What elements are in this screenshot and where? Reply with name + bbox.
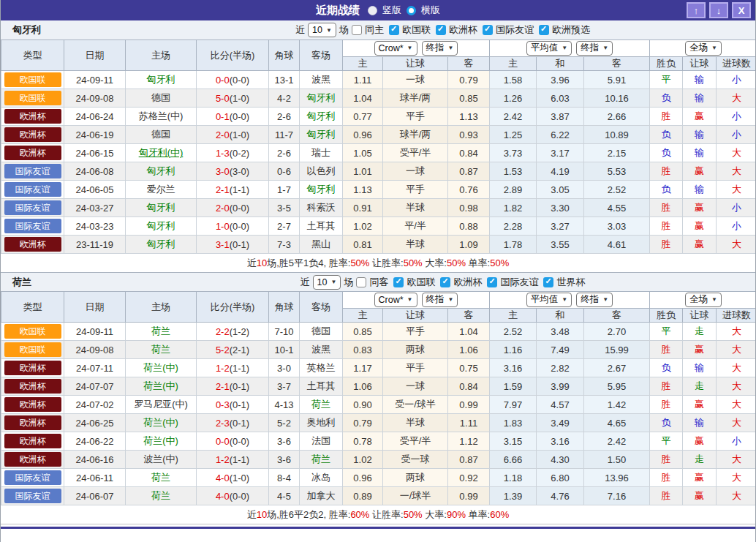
competition-checkbox[interactable]: ✓ (483, 25, 493, 35)
check-icon: ✓ (395, 276, 401, 286)
near-label: 近 (295, 23, 305, 37)
matches-count-select[interactable]: 10▼ (308, 23, 336, 37)
corners-cell: 2-6 (269, 108, 300, 126)
result-wdl: 胜 (650, 469, 683, 487)
average-final-select[interactable]: 终指▼ (576, 41, 613, 56)
competition-checkbox[interactable]: ✓ (389, 25, 399, 35)
matches-count-select[interactable]: 10▼ (313, 275, 341, 290)
average-final-select[interactable]: 终指▼ (576, 293, 613, 307)
avg-away-odds: 2.42 (584, 432, 650, 451)
home-team: 德国 (126, 89, 197, 108)
odds-source-select[interactable]: Crow*▼ (374, 41, 417, 56)
match-date: 24-06-25 (64, 414, 126, 432)
result-handicap: 输 (683, 71, 717, 89)
score-cell: 0-0(0-0) (197, 432, 269, 451)
result-handicap: 赢 (683, 199, 717, 217)
handicap-home-odds: 0.96 (343, 126, 383, 144)
home-team: 荷兰(中) (126, 359, 197, 377)
handicap-home-odds: 1.05 (343, 144, 383, 162)
check-icon: ✓ (484, 24, 491, 34)
corners-cell: 2-7 (269, 217, 300, 236)
competition-checkbox[interactable]: ✓ (393, 277, 404, 287)
handicap-line: 球半/两 (383, 126, 448, 144)
competition-label: 欧洲预选 (552, 23, 590, 37)
competition-badge: 欧洲杯 (4, 415, 61, 430)
result-handicap: 赢 (683, 108, 717, 126)
avg-home-odds: 1.58 (490, 71, 537, 89)
handicap-home-odds: 0.79 (343, 414, 383, 432)
match-date: 24-07-11 (64, 359, 126, 377)
radio-vertical-layout[interactable] (368, 6, 377, 15)
home-team: 匈牙利 (126, 71, 197, 89)
games-label: 场 (344, 276, 353, 289)
corners-cell: 7-10 (269, 323, 300, 341)
away-team: 冰岛 (300, 469, 343, 487)
corners-cell: 3-0 (269, 359, 300, 377)
handicap-line: 受一球 (383, 451, 448, 469)
check-icon: ✓ (540, 24, 547, 34)
competition-checkbox[interactable]: ✓ (543, 277, 553, 287)
handicap-line: 受平/半 (383, 144, 448, 162)
home-team: 爱尔兰 (126, 181, 197, 199)
match-row: 欧洲杯23-11-19匈牙利3-1(0-1)7-3黑山0.81半球1.091.7… (1, 236, 756, 254)
competition-label: 国际友谊 (500, 276, 538, 289)
bottom-accent-bar (1, 527, 755, 529)
match-row: 欧洲杯24-07-02罗马尼亚(中)0-3(0-1)4-13荷兰0.90受一/球… (1, 396, 756, 414)
result-goals: 小 (717, 217, 756, 236)
competition-badge: 国际友谊 (4, 489, 61, 503)
handicap-away-odds: 0.87 (448, 451, 490, 469)
match-date: 24-06-19 (64, 126, 126, 144)
result-handicap: 走 (683, 323, 717, 341)
move-down-button[interactable]: ↓ (709, 2, 728, 18)
avg-away-odds: 1.50 (584, 451, 650, 469)
corners-cell: 1-7 (269, 181, 300, 199)
average-select[interactable]: 平均值▼ (526, 293, 572, 307)
handicap-home-odds: 1.13 (343, 181, 383, 199)
sub-header: 客 (448, 56, 490, 70)
odds-final-select[interactable]: 终指▼ (422, 41, 458, 56)
move-up-button[interactable]: ↑ (687, 2, 706, 18)
handicap-away-odds: 0.93 (448, 126, 490, 144)
average-select[interactable]: 平均值▼ (526, 41, 572, 56)
competition-badge: 欧国联 (4, 324, 61, 339)
home-team: 罗马尼亚(中) (126, 396, 197, 414)
score-cell: 0-0(0-0) (197, 71, 269, 89)
home-team: 荷兰 (126, 341, 197, 359)
avg-away-odds: 10.16 (584, 89, 650, 108)
col-header-type: 类型 (1, 40, 64, 71)
competition-checkbox[interactable]: ✓ (440, 277, 450, 287)
corners-cell: 2-6 (269, 144, 300, 162)
corners-cell: 5-2 (269, 414, 300, 432)
competition-checkbox[interactable]: ✓ (487, 277, 497, 287)
avg-draw-odds: 4.76 (537, 487, 584, 505)
result-goals: 大 (717, 323, 756, 341)
away-team: 匈牙利 (300, 108, 343, 126)
competition-checkbox[interactable]: ✓ (539, 25, 549, 35)
match-row: 欧洲杯24-06-24苏格兰(中)0-1(0-0)2-6匈牙利0.77平手1.1… (1, 108, 756, 126)
result-handicap: 赢 (683, 162, 717, 181)
avg-home-odds: 3.15 (490, 432, 537, 451)
handicap-home-odds: 0.85 (343, 323, 383, 341)
col-header-away: 客场 (300, 292, 343, 323)
competition-label: 世界杯 (556, 276, 585, 289)
odds-final-select[interactable]: 终指▼ (422, 293, 458, 307)
match-date: 24-06-05 (64, 181, 126, 199)
col-header-away: 客场 (300, 40, 343, 71)
competition-label: 欧国联 (407, 276, 435, 289)
scope-select[interactable]: 全场▼ (685, 41, 722, 56)
scope-select[interactable]: 全场▼ (685, 293, 722, 307)
radio-horizontal-layout[interactable] (407, 6, 416, 15)
home-team: 匈牙利 (126, 236, 197, 254)
result-handicap: 输 (683, 144, 717, 162)
result-wdl: 负 (650, 414, 683, 432)
result-wdl: 胜 (650, 236, 683, 254)
competition-checkbox[interactable]: ✓ (436, 25, 446, 35)
sub-header: 主 (343, 56, 383, 70)
avg-home-odds: 1.59 (490, 377, 537, 396)
same-venue-checkbox[interactable] (352, 25, 362, 35)
close-button[interactable]: X (732, 2, 751, 18)
odds-source-select[interactable]: Crow*▼ (374, 293, 417, 307)
match-row: 欧洲杯24-07-11荷兰(中)1-2(1-1)3-0英格兰1.17平手0.75… (1, 359, 756, 377)
chevron-down-icon: ▼ (326, 27, 332, 34)
same-venue-checkbox[interactable] (356, 277, 366, 287)
